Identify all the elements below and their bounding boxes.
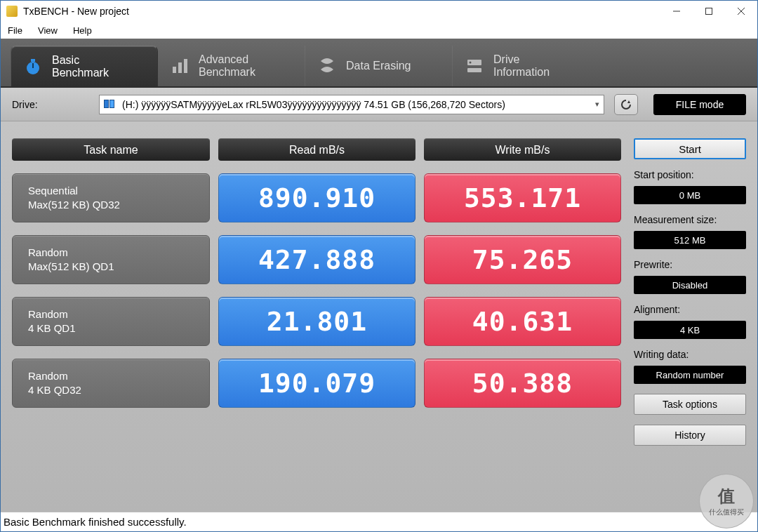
table-row: Random 4 KB QD32 190.079 50.388 — [12, 359, 621, 408]
read-value: 21.801 — [218, 297, 415, 346]
task-name-line2: Max(512 KB) QD32 — [28, 198, 194, 212]
erase-icon — [318, 57, 336, 75]
start-button[interactable]: Start — [634, 138, 746, 159]
close-button[interactable] — [725, 1, 757, 22]
task-options-button[interactable]: Task options — [634, 394, 746, 415]
task-name-line1: Random — [28, 369, 194, 383]
measurement-size-value[interactable]: 512 MB — [634, 231, 746, 249]
window-title: TxBENCH - New project — [23, 6, 129, 17]
task-cell[interactable]: Random 4 KB QD32 — [12, 359, 210, 408]
refresh-button[interactable] — [614, 94, 638, 115]
drive-row: Drive: (H:) ÿÿÿÿÿÿSATMÿÿÿÿÿeLax rRL5W03ÿ… — [1, 88, 757, 121]
svg-rect-9 — [184, 59, 187, 73]
tab-label: Basic — [52, 54, 109, 67]
read-value: 190.079 — [218, 359, 415, 408]
writing-data-value[interactable]: Random number — [634, 366, 746, 384]
history-button[interactable]: History — [634, 425, 746, 446]
svg-point-12 — [470, 62, 472, 64]
table-row: Sequential Max(512 KB) QD32 890.910 553.… — [12, 173, 621, 222]
header-task: Task name — [12, 138, 210, 161]
status-bar: Basic Benchmark finished successfully. — [1, 512, 757, 531]
sidebar: Start Start position: 0 MB Measurement s… — [634, 138, 746, 512]
stopwatch-icon — [24, 58, 42, 76]
task-name-line1: Sequential — [28, 184, 194, 198]
minimize-button[interactable] — [660, 1, 693, 22]
read-value: 427.888 — [218, 235, 415, 284]
menu-bar: File View Help — [1, 22, 757, 39]
svg-rect-8 — [178, 62, 182, 73]
tab-drive-information[interactable]: DriveInformation — [453, 46, 600, 86]
task-name-line1: Random — [28, 307, 194, 321]
menu-view[interactable]: View — [38, 25, 58, 36]
svg-rect-5 — [31, 59, 35, 62]
refresh-icon — [620, 98, 632, 111]
prewrite-value[interactable]: Disabled — [634, 276, 746, 294]
results-table: Task name Read mB/s Write mB/s Sequentia… — [12, 138, 621, 512]
bar-chart-icon — [171, 57, 189, 75]
task-name-line2: 4 KB QD32 — [28, 383, 194, 397]
header-read: Read mB/s — [218, 138, 415, 161]
svg-rect-7 — [173, 67, 176, 73]
file-mode-button[interactable]: FILE mode — [653, 94, 746, 115]
read-value: 890.910 — [218, 173, 415, 222]
table-row: Random 4 KB QD1 21.801 40.631 — [12, 297, 621, 346]
drive-select-icon — [104, 100, 117, 109]
alignment-label: Alignment: — [634, 304, 746, 315]
drive-icon — [465, 57, 484, 75]
app-icon — [6, 6, 18, 17]
menu-help[interactable]: Help — [73, 25, 92, 36]
tab-label: Benchmark — [52, 67, 109, 79]
tab-label: Information — [493, 66, 550, 79]
task-name-line2: Max(512 KB) QD1 — [28, 260, 194, 274]
table-row: Random Max(512 KB) QD1 427.888 75.265 — [12, 235, 621, 284]
header-write: Write mB/s — [424, 138, 621, 161]
task-cell[interactable]: Random Max(512 KB) QD1 — [12, 235, 210, 284]
main-content: Task name Read mB/s Write mB/s Sequentia… — [1, 121, 757, 512]
write-value: 75.265 — [424, 235, 621, 284]
svg-rect-1 — [706, 8, 712, 15]
svg-rect-11 — [467, 68, 481, 72]
menu-file[interactable]: File — [8, 25, 22, 36]
task-name-line1: Random — [28, 246, 194, 260]
tab-label: Advanced — [199, 53, 255, 66]
maximize-button[interactable] — [693, 1, 725, 22]
table-header-row: Task name Read mB/s Write mB/s — [12, 138, 621, 161]
titlebar: TxBENCH - New project — [1, 1, 757, 22]
alignment-value[interactable]: 4 KB — [634, 321, 746, 339]
tab-data-erasing[interactable]: Data Erasing — [305, 46, 453, 86]
write-value: 50.388 — [424, 359, 621, 408]
tab-label: Drive — [493, 53, 550, 66]
tab-label: Data Erasing — [346, 60, 411, 72]
task-name-line2: 4 KB QD1 — [28, 321, 194, 335]
start-position-value[interactable]: 0 MB — [634, 186, 746, 204]
task-cell[interactable]: Sequential Max(512 KB) QD32 — [12, 173, 210, 222]
tab-label: Benchmark — [199, 66, 255, 79]
drive-select[interactable]: (H:) ÿÿÿÿÿÿSATMÿÿÿÿÿeLax rRL5W03ÿÿÿÿÿÿÿÿ… — [99, 95, 604, 114]
task-cell[interactable]: Random 4 KB QD1 — [12, 297, 210, 346]
window-controls — [660, 1, 757, 22]
prewrite-label: Prewrite: — [634, 259, 746, 270]
drive-label: Drive: — [12, 99, 89, 110]
measurement-size-label: Measurement size: — [634, 214, 746, 225]
write-value: 553.171 — [424, 173, 621, 222]
tab-strip: BasicBenchmark AdvancedBenchmark Data Er… — [1, 39, 757, 88]
start-position-label: Start position: — [634, 169, 746, 180]
tab-basic-benchmark[interactable]: BasicBenchmark — [11, 46, 158, 86]
tab-advanced-benchmark[interactable]: AdvancedBenchmark — [158, 46, 305, 86]
chevron-down-icon: ▾ — [584, 100, 599, 109]
status-text: Basic Benchmark finished successfully. — [4, 516, 187, 528]
write-value: 40.631 — [424, 297, 621, 346]
writing-data-label: Writing data: — [634, 349, 746, 360]
drive-selected-text: (H:) ÿÿÿÿÿÿSATMÿÿÿÿÿeLax rRL5W03ÿÿÿÿÿÿÿÿ… — [122, 99, 578, 110]
